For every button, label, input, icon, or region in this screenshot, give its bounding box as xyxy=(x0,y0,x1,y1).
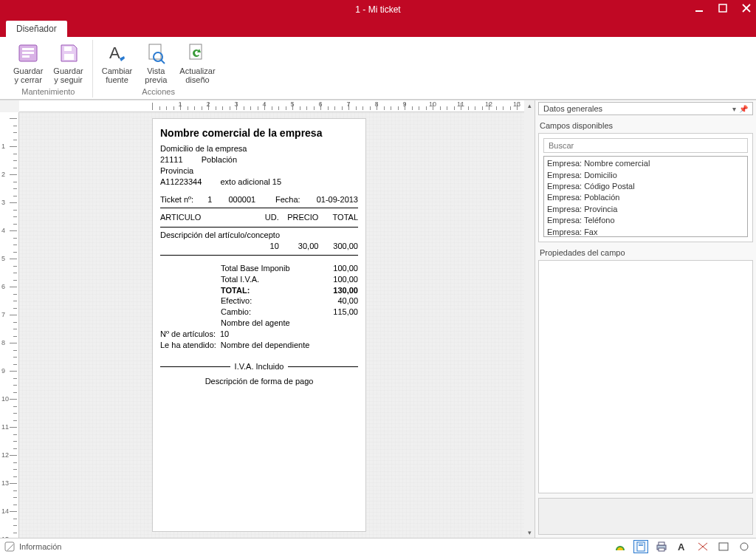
t-cash-k: Efectivo: xyxy=(221,295,309,307)
company-name: Nombre comercial de la empresa xyxy=(160,126,358,140)
toolbar-colors-icon[interactable] xyxy=(613,540,628,553)
panel-header[interactable]: Datos generales ▾ 📌 xyxy=(538,102,753,115)
svg-point-27 xyxy=(740,543,748,550)
col-total: TOTAL xyxy=(318,211,358,225)
toolbar-rect-icon[interactable] xyxy=(716,540,731,553)
properties-box xyxy=(538,260,753,493)
svg-rect-7 xyxy=(22,55,30,58)
t-cash-v: 40,00 xyxy=(321,295,358,307)
chevron-down-icon[interactable]: ▾ xyxy=(732,105,736,113)
preview-icon xyxy=(144,41,168,65)
canvas[interactable]: Nombre comercial de la empresa Domicilio… xyxy=(19,112,524,538)
search-input[interactable] xyxy=(543,138,748,153)
field-item[interactable]: Empresa: Domicilio xyxy=(547,170,744,181)
status-info: Información xyxy=(19,542,61,551)
preview-label: Vista previa xyxy=(145,66,167,84)
field-item[interactable]: Empresa: Población xyxy=(547,192,744,203)
tab-strip: Diseñador xyxy=(0,19,756,37)
panel-title: Datos generales xyxy=(543,104,602,113)
tab-designer[interactable]: Diseñador xyxy=(6,21,67,37)
svg-rect-11 xyxy=(149,44,161,59)
t-iva-k: Total I.V.A. xyxy=(221,274,309,285)
svg-line-13 xyxy=(161,60,165,64)
province: Provincia xyxy=(160,165,358,177)
save-icon xyxy=(57,41,80,65)
field-list[interactable]: Empresa: Nombre comercialEmpresa: Domici… xyxy=(543,156,748,237)
minimize-button[interactable] xyxy=(693,1,706,15)
scroll-down-icon[interactable]: ▾ xyxy=(524,527,535,538)
toolbar-page-icon[interactable] xyxy=(633,540,648,553)
field-item[interactable]: Empresa: Código Postal xyxy=(547,181,744,192)
field-item[interactable]: Empresa: Provincia xyxy=(547,204,744,215)
save-close-button[interactable]: Guardar y cerrar xyxy=(10,40,46,86)
save-close-icon xyxy=(16,41,40,65)
close-button[interactable] xyxy=(740,1,753,15)
pin-icon[interactable]: 📌 xyxy=(739,105,748,113)
preview-button[interactable]: Vista previa xyxy=(140,40,172,86)
city: Población xyxy=(202,154,237,165)
save-continue-button[interactable]: Guardar y seguir xyxy=(50,40,86,86)
ribbon-group-maintenance: Mantenimiento xyxy=(21,87,75,96)
svg-rect-0 xyxy=(695,10,703,12)
t-total-k: TOTAL: xyxy=(221,285,309,296)
line-desc: Descripción del artículo/concepto xyxy=(160,230,358,241)
svg-rect-26 xyxy=(719,543,728,550)
design-surface[interactable]: 12345678910111213 1234567891011121314151… xyxy=(0,100,535,538)
toolbar-cut-icon[interactable] xyxy=(695,540,710,553)
refresh-icon xyxy=(185,41,209,65)
svg-rect-5 xyxy=(22,48,34,50)
field-item[interactable]: Empresa: Nombre comercial xyxy=(547,158,744,169)
ticket-num: 000001 xyxy=(229,194,256,205)
col-price: PRECIO xyxy=(279,211,319,225)
ruler-vertical: 12345678910111213141516 xyxy=(0,112,19,538)
postal: 21111 xyxy=(160,154,183,165)
iva-incl: I.V.A. Incluido xyxy=(235,361,284,372)
ticket-seq: 1 xyxy=(207,194,212,205)
company-address: Domicilio de la empresa xyxy=(160,143,358,154)
line-ud: 10 xyxy=(250,241,279,252)
svg-rect-22 xyxy=(659,548,664,551)
maximize-button[interactable] xyxy=(716,1,729,15)
served-k: Le ha atendido: xyxy=(160,340,216,351)
svg-rect-6 xyxy=(22,52,34,54)
svg-rect-8 xyxy=(64,47,72,51)
right-panel: Datos generales ▾ 📌 Campos disponibles E… xyxy=(535,100,756,538)
svg-text:A: A xyxy=(109,44,120,62)
status-bar: Información A xyxy=(0,538,756,554)
t-change-v: 115,00 xyxy=(321,307,358,318)
window-title: 1 - Mi ticket xyxy=(355,4,400,15)
refresh-design-button[interactable]: Actualizar diseño xyxy=(176,40,218,86)
vertical-scrollbar[interactable]: ▴ ▾ xyxy=(524,100,535,538)
svg-text:A: A xyxy=(678,541,685,552)
ticket-preview: Nombre comercial de la empresa Domicilio… xyxy=(152,118,366,532)
toolbar-text-icon[interactable]: A xyxy=(675,540,690,553)
change-font-button[interactable]: A Cambiar fuente xyxy=(99,40,136,86)
field-item[interactable]: Empresa: Teléfono xyxy=(547,215,744,226)
t-change-k: Cambio: xyxy=(221,307,309,318)
scroll-up-icon[interactable]: ▴ xyxy=(524,100,535,111)
toolbar-printer-icon[interactable] xyxy=(654,540,669,553)
served-v: Nombre del dependiente xyxy=(221,340,309,351)
title-bar: 1 - Mi ticket xyxy=(0,0,756,19)
svg-rect-21 xyxy=(659,542,664,545)
svg-rect-15 xyxy=(5,542,14,551)
tax-id: A11223344 xyxy=(160,177,202,188)
svg-line-16 xyxy=(7,544,13,550)
change-font-label: Cambiar fuente xyxy=(102,66,133,84)
col-ud: UD. xyxy=(250,211,279,225)
save-continue-label: Guardar y seguir xyxy=(53,66,83,84)
svg-rect-17 xyxy=(637,542,645,551)
t-total-v: 130,00 xyxy=(321,285,358,296)
ribbon: Guardar y cerrar Guardar y seguir Manten… xyxy=(0,37,756,100)
pay-desc: Descripción de forma de pago xyxy=(160,376,358,387)
ruler-horizontal: 12345678910111213 xyxy=(19,100,524,112)
t-iva-v: 100,00 xyxy=(321,274,358,285)
svg-rect-9 xyxy=(64,54,74,60)
refresh-label: Actualizar diseño xyxy=(179,66,215,84)
toolbar-circle-icon[interactable] xyxy=(737,540,752,553)
n-art-k: Nº de artículos: xyxy=(160,329,216,340)
font-icon: A xyxy=(106,41,129,65)
date-value: 01-09-2013 xyxy=(317,194,358,205)
field-item[interactable]: Empresa: Fax xyxy=(547,227,744,238)
n-art-v: 10 xyxy=(220,329,229,340)
